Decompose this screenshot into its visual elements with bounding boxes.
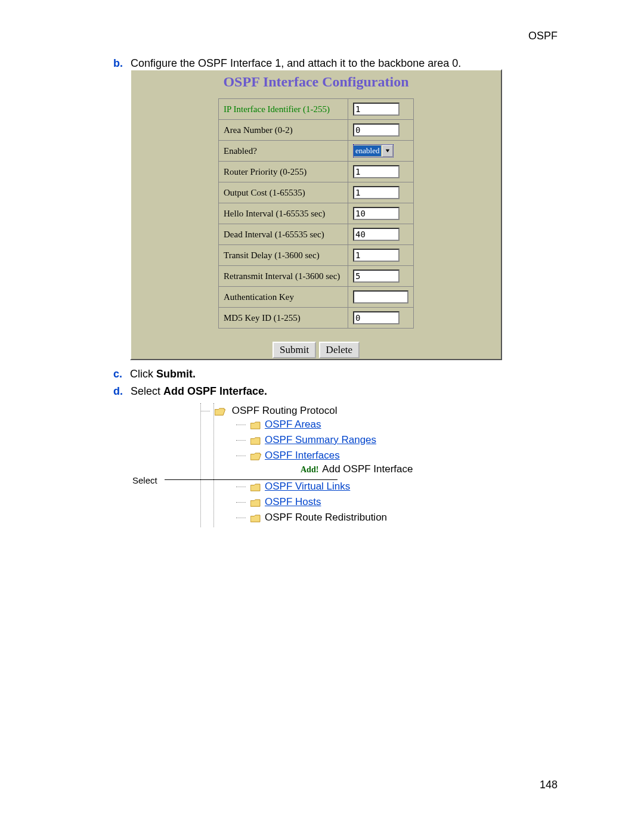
field-input[interactable] xyxy=(353,311,400,324)
step-d-text-bold: Add OSPF Interface. xyxy=(163,385,267,397)
form-row: Retransmit Interval (1-3600 sec) xyxy=(219,266,414,287)
step-b-letter: b. xyxy=(113,57,123,69)
svg-marker-5 xyxy=(250,484,260,490)
step-c: c. Click Submit. xyxy=(113,368,196,380)
step-c-text-bold: Submit. xyxy=(156,368,196,380)
step-d: d. Select Add OSPF Interface. xyxy=(113,385,267,398)
tree-item[interactable]: OSPF Areas xyxy=(215,417,413,432)
config-table: IP Interface Identifier (1-255)Area Numb… xyxy=(218,98,414,329)
delete-button[interactable]: Delete xyxy=(319,342,360,358)
field-label: Retransmit Interval (1-3600 sec) xyxy=(219,266,348,287)
field-value-cell xyxy=(348,162,414,182)
svg-marker-7 xyxy=(250,515,260,521)
select-value: enabled xyxy=(354,145,381,156)
svg-marker-4 xyxy=(250,453,261,459)
field-value-cell: enabled xyxy=(348,141,414,162)
folder-closed-icon xyxy=(250,421,261,429)
submit-button[interactable]: Submit xyxy=(273,342,316,358)
form-row: Output Cost (1-65535) xyxy=(219,182,414,203)
field-input[interactable] xyxy=(353,249,400,262)
field-label: Router Priority (0-255) xyxy=(219,162,348,182)
tree-item[interactable]: OSPF Summary Ranges xyxy=(215,432,413,448)
field-value-cell xyxy=(348,266,414,287)
field-input[interactable] xyxy=(353,123,400,137)
tree-root-label: OSPF Routing Protocol xyxy=(232,405,338,416)
tree-item-label[interactable]: OSPF Hosts xyxy=(265,496,321,507)
form-row: IP Interface Identifier (1-255) xyxy=(219,99,414,120)
tree-item[interactable]: OSPF InterfacesAdd!Add OSPF Interface xyxy=(215,448,413,479)
svg-marker-3 xyxy=(250,437,260,444)
add-icon: Add! xyxy=(301,465,318,474)
field-value-cell xyxy=(348,203,414,224)
field-input[interactable] xyxy=(353,207,400,220)
field-label: Authentication Key xyxy=(219,287,348,308)
form-row: Router Priority (0-255) xyxy=(219,162,414,182)
form-row: Enabled?enabled xyxy=(219,141,414,162)
tree-item-label[interactable]: OSPF Interfaces xyxy=(265,450,340,461)
step-b: b. Configure the OSPF Interface 1, and a… xyxy=(113,57,461,70)
tree-item-label[interactable]: OSPF Virtual Links xyxy=(265,481,350,492)
tree-item[interactable]: OSPF Hosts xyxy=(215,494,413,510)
field-label: Transit Delay (1-3600 sec) xyxy=(219,245,348,266)
form-row: MD5 Key ID (1-255) xyxy=(219,308,414,329)
field-label: IP Interface Identifier (1-255) xyxy=(219,99,348,120)
folder-closed-icon xyxy=(250,436,261,445)
tree-add-label: Add OSPF Interface xyxy=(322,463,413,475)
form-row: Authentication Key xyxy=(219,287,414,308)
field-input[interactable] xyxy=(353,103,400,116)
field-value-cell xyxy=(348,245,414,266)
step-d-text-prefix: Select xyxy=(131,385,163,397)
field-label: MD5 Key ID (1-255) xyxy=(219,308,348,329)
tree-item[interactable]: OSPF Virtual Links xyxy=(215,479,413,494)
field-input[interactable] xyxy=(353,186,400,199)
field-label: Output Cost (1-65535) xyxy=(219,182,348,203)
folder-closed-icon xyxy=(250,483,261,491)
field-value-cell xyxy=(348,308,414,329)
field-input[interactable] xyxy=(353,228,400,241)
tree-add-item[interactable]: Add!Add OSPF Interface xyxy=(250,462,413,477)
form-row: Area Number (0-2) xyxy=(219,120,414,141)
tree-item-label: OSPF Route Redistribution xyxy=(265,512,387,523)
field-input[interactable] xyxy=(353,290,408,304)
folder-closed-icon xyxy=(250,514,261,522)
field-label: Area Number (0-2) xyxy=(219,120,348,141)
tree-subgroup: Add!Add OSPF Interface xyxy=(250,462,413,477)
field-value-cell xyxy=(348,287,414,308)
page-header: OSPF xyxy=(528,30,558,42)
tree-item-label[interactable]: OSPF Areas xyxy=(265,419,321,430)
select-label: Select xyxy=(132,475,157,485)
nav-tree: OSPF Routing Protocol OSPF AreasOSPF Sum… xyxy=(192,403,413,527)
folder-closed-icon xyxy=(250,498,261,507)
field-label: Enabled? xyxy=(219,141,348,162)
form-row: Transit Delay (1-3600 sec) xyxy=(219,245,414,266)
form-row: Dead Interval (1-65535 sec) xyxy=(219,224,414,245)
svg-marker-1 xyxy=(215,408,225,414)
enabled-select[interactable]: enabled xyxy=(353,144,394,157)
field-value-cell xyxy=(348,224,414,245)
field-value-cell xyxy=(348,99,414,120)
folder-open-icon xyxy=(215,407,225,416)
step-c-letter: c. xyxy=(113,368,122,380)
field-label: Hello Interval (1-65535 sec) xyxy=(219,203,348,224)
folder-open-icon xyxy=(250,452,261,460)
field-input[interactable] xyxy=(353,270,400,283)
tree-item: OSPF Route Redistribution xyxy=(215,510,413,525)
panel-title: OSPF Interface Configuration xyxy=(131,70,501,98)
svg-marker-2 xyxy=(250,422,260,428)
field-value-cell xyxy=(348,182,414,203)
button-row: Submit Delete xyxy=(131,342,501,358)
field-value-cell xyxy=(348,120,414,141)
tree-item-label[interactable]: OSPF Summary Ranges xyxy=(265,434,376,445)
field-label: Dead Interval (1-65535 sec) xyxy=(219,224,348,245)
step-d-letter: d. xyxy=(113,385,123,397)
chevron-down-icon xyxy=(382,145,393,157)
svg-marker-0 xyxy=(386,150,389,153)
step-c-text-prefix: Click xyxy=(130,368,156,380)
field-input[interactable] xyxy=(353,165,400,178)
tree-root[interactable]: OSPF Routing Protocol OSPF AreasOSPF Sum… xyxy=(192,403,413,527)
ospf-config-panel: OSPF Interface Configuration IP Interfac… xyxy=(130,69,502,360)
svg-marker-6 xyxy=(250,499,260,506)
step-b-text: Configure the OSPF Interface 1, and atta… xyxy=(131,57,461,69)
form-row: Hello Interval (1-65535 sec) xyxy=(219,203,414,224)
page-number: 148 xyxy=(540,779,558,791)
